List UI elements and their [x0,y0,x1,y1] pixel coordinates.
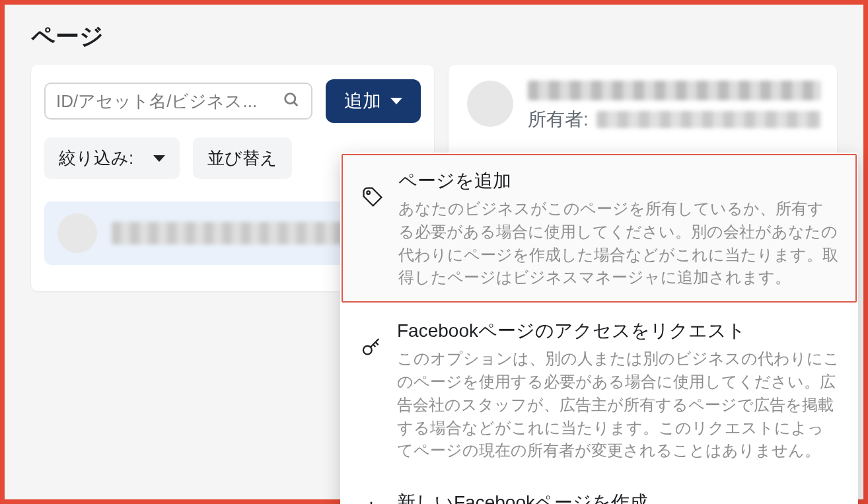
caret-down-icon [390,98,402,104]
svg-point-2 [367,191,370,194]
page-title: ページ [5,5,863,65]
filter-button[interactable]: 絞り込み: [44,137,180,179]
add-button-label: 追加 [344,89,381,114]
menu-item-request-access[interactable]: Facebookページのアクセスをリクエスト このオプションは、別の人または別の… [340,304,858,476]
svg-line-1 [294,102,297,106]
sort-label: 並び替え [207,147,277,170]
search-icon [282,90,301,112]
menu-item-desc: あなたのビジネスがこのページを所有しているか、所有する必要がある場合に使用してく… [398,198,838,289]
search-input-container[interactable] [44,83,312,120]
menu-item-title: 新しいFacebookページを作成 [397,490,840,504]
sort-button[interactable]: 並び替え [193,137,292,179]
menu-item-desc: このオプションは、別の人または別のビジネスの代わりにこのページを使用する必要があ… [397,347,840,462]
plus-icon [359,497,384,504]
menu-item-add-page[interactable]: ページを追加 あなたのビジネスがこのページを所有しているか、所有する必要がある場… [342,154,857,303]
filter-label: 絞り込み: [59,147,133,170]
redacted-text [528,81,821,100]
tag-icon [360,184,385,209]
redacted-text [597,111,821,128]
menu-item-title: Facebookページのアクセスをリクエスト [397,318,840,343]
menu-item-create-page[interactable]: 新しいFacebookページを作成 ビジネスで新しいページが必要な場合に使用して… [340,476,858,504]
key-icon [359,334,384,359]
avatar [57,213,97,253]
owner-label: 所有者: [528,107,589,132]
add-button[interactable]: 追加 [326,79,421,123]
svg-point-0 [285,94,295,104]
search-input[interactable] [56,91,282,112]
avatar [467,81,513,127]
caret-down-icon [153,155,165,162]
add-dropdown-menu: ページを追加 あなたのビジネスがこのページを所有しているか、所有する必要がある場… [340,153,858,504]
menu-item-title: ページを追加 [398,168,838,194]
